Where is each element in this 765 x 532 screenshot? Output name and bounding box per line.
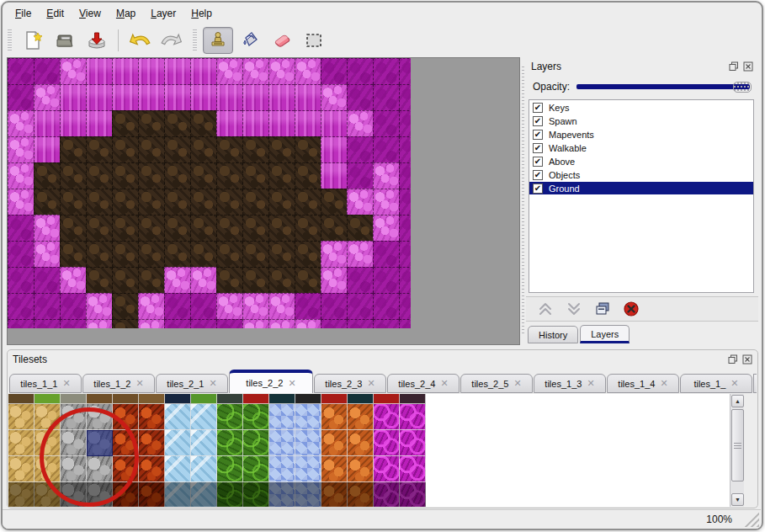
map-tile[interactable] [268,84,295,110]
map-tile[interactable] [347,267,373,293]
tileset-scrollbar[interactable]: ▲ ▼ [730,394,744,507]
move-layer-down-button[interactable] [565,300,583,318]
tileset-tab-tiles_2_2[interactable]: tiles_2_2✕ [229,370,313,393]
map-tile[interactable] [399,58,411,84]
tileset-tile[interactable] [348,456,374,482]
map-tile[interactable] [190,110,216,136]
tileset-tile-partial[interactable] [8,394,35,404]
map-tile[interactable] [86,84,112,110]
map-tile[interactable] [347,58,373,84]
tileset-tile[interactable] [191,404,217,430]
tileset-tab-tiles_2_1[interactable]: tiles_2_1✕ [156,374,228,393]
tileset-tile[interactable] [269,404,295,430]
map-tile[interactable] [295,162,321,189]
map-tile[interactable] [164,58,190,84]
map-tile[interactable] [164,84,190,110]
toolbar-grip-2[interactable] [193,29,197,51]
menu-item-file[interactable]: File [8,5,39,22]
map-tile[interactable] [373,319,399,328]
tileset-tile[interactable] [295,430,321,456]
map-tile[interactable] [242,293,268,319]
map-tile[interactable] [399,162,411,189]
map-tile[interactable] [60,215,86,241]
opacity-slider[interactable] [576,81,752,93]
close-tab-icon[interactable]: ✕ [288,378,295,389]
map-tile[interactable] [268,58,295,84]
map-tile[interactable] [321,241,347,267]
map-tile[interactable] [190,84,216,110]
map-tile[interactable] [34,84,60,110]
menu-item-help[interactable]: Help [183,5,220,22]
map-tile[interactable] [34,319,60,328]
map-tile[interactable] [321,267,347,293]
tileset-tile[interactable] [8,456,35,482]
map-tile[interactable] [295,215,321,241]
stamp-tool-button[interactable] [203,27,233,54]
map-tile[interactable] [60,110,86,136]
tileset-tile[interactable] [295,404,321,430]
layers-panel-titlebar[interactable]: Layers [526,57,758,75]
tileset-tile[interactable] [217,430,243,456]
map-tile[interactable] [8,110,34,136]
map-tile[interactable] [138,241,164,267]
map-tile[interactable] [321,293,347,319]
map-tile[interactable] [373,189,399,215]
map-tile[interactable] [34,58,60,84]
tileset-tile-partial[interactable] [61,394,87,404]
map-tile[interactable] [86,189,112,215]
tileset-tile[interactable] [243,456,269,482]
map-tile[interactable] [112,84,138,110]
layer-row-keys[interactable]: ✔Keys [529,101,753,114]
map-tile[interactable] [216,241,242,267]
map-tile[interactable] [86,319,112,328]
undo-button[interactable] [125,27,155,54]
map-tile[interactable] [86,58,112,84]
map-tile[interactable] [216,215,242,241]
map-tile[interactable] [216,189,242,215]
resize-grip[interactable] [744,512,759,527]
layer-visibility-checkbox[interactable]: ✔ [533,184,543,194]
map-tile[interactable] [138,293,164,319]
map-tile[interactable] [112,58,138,84]
map-tile[interactable] [138,136,164,162]
map-tile[interactable] [8,293,34,319]
map-tile[interactable] [347,241,373,267]
map-tile[interactable] [242,189,268,215]
tileset-tile-partial[interactable] [295,394,321,404]
map-tile[interactable] [86,110,112,136]
close-tilesets-icon[interactable] [741,354,752,364]
map-tile[interactable] [190,215,216,241]
map-tile[interactable] [216,136,242,162]
map-tile[interactable] [190,267,216,293]
tileset-tile[interactable] [269,456,295,482]
map-tile[interactable] [86,267,112,293]
tileset-tile[interactable] [321,404,348,430]
tileset-canvas[interactable]: ▲ ▼ [8,394,744,507]
map-tile[interactable] [399,267,411,293]
tileset-tile[interactable] [243,404,269,430]
map-tile[interactable] [399,293,411,319]
tileset-tile[interactable] [321,482,348,507]
tileset-tile-partial[interactable] [348,394,374,404]
map-tile[interactable] [373,162,399,189]
map-tile[interactable] [112,136,138,162]
tileset-tile[interactable] [139,482,165,507]
map-tile[interactable] [86,215,112,241]
layer-visibility-checkbox[interactable]: ✔ [533,143,543,153]
redo-button[interactable] [157,27,187,54]
layer-row-mapevents[interactable]: ✔Mapevents [529,128,753,141]
map-tile[interactable] [347,293,373,319]
dock-splitter[interactable] [520,57,526,345]
tileset-tab-tiles_1_[interactable]: tiles_1_✕ [680,374,752,393]
map-tile[interactable] [373,84,399,110]
tileset-tile[interactable] [165,456,191,482]
map-tile[interactable] [164,293,190,319]
tileset-tile[interactable] [8,430,35,456]
tileset-tile-partial[interactable] [400,394,426,404]
toolbar-grip[interactable] [8,29,12,51]
close-panel-icon[interactable] [742,61,753,72]
map-tile[interactable] [268,162,295,189]
close-tab-icon[interactable]: ✕ [587,378,594,389]
map-tile[interactable] [8,136,34,162]
fill-tool-button[interactable] [235,27,265,54]
